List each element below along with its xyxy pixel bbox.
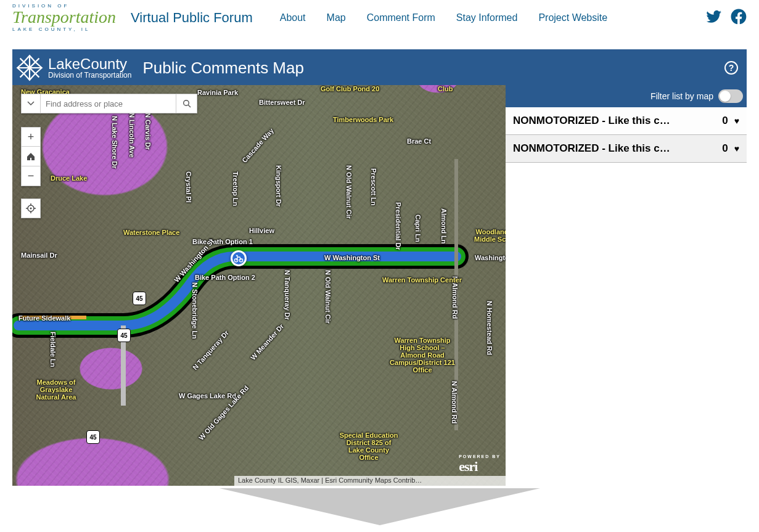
lbl-sp-ed: Special Education District 825 of Lake C… [338, 432, 400, 461]
site-logo[interactable]: Transportation [12, 4, 116, 32]
lbl-almond2: N Almond Rd [451, 381, 458, 424]
filter-bar: Filter list by map [506, 85, 747, 107]
lbl-gages: W Gages Lake Rd [179, 392, 236, 399]
lbl-lakeshore: N Lake Shore Dr [111, 116, 118, 169]
filter-label: Filter list by map [650, 91, 713, 101]
route-shield-45b: 45 [117, 329, 131, 342]
lbl-treetop: Treetop Ln [232, 171, 239, 206]
nav-comment-form[interactable]: Comment Form [367, 12, 435, 23]
lbl-golf-club: Golf Club Pond 20 [321, 85, 379, 92]
chevron-down-large-icon [219, 488, 540, 531]
search-bar [21, 94, 197, 113]
lbl-carvis: N Carvis Dr [144, 113, 152, 150]
locate-icon [26, 203, 36, 213]
svg-marker-14 [219, 488, 540, 525]
lbl-wwash: W Washington St [324, 254, 380, 261]
nav-links: About Map Comment Form Stay Informed Pro… [280, 12, 607, 23]
twitter-icon[interactable] [706, 9, 722, 27]
lbl-future: Future Sidewalk [18, 314, 70, 322]
lbl-homestead: N Homestead Rd [486, 301, 493, 355]
zoom-controls: + − [21, 127, 41, 186]
lbl-club: Club [438, 85, 453, 92]
lbl-almondln: Almond Ln [440, 208, 448, 243]
search-menu-button[interactable] [21, 94, 41, 113]
lbl-bike1: Bike Path Option 1 [192, 238, 253, 245]
side-pane: Filter list by map NONMOTORIZED ‑ Like t… [506, 85, 747, 486]
help-button[interactable]: ? [724, 61, 738, 75]
chevron-down-icon [27, 100, 35, 107]
lbl-wash-r: Washington [475, 254, 506, 261]
map-pane[interactable]: 45 45 45 New Gracanica Ravinia Park Bitt… [12, 85, 506, 486]
list-item-title: NONMOTORIZED ‑ Like this c… [513, 142, 716, 155]
locate-button[interactable] [21, 198, 41, 218]
top-nav: Transportation Virtual Public Forum Abou… [0, 0, 759, 36]
heart-icon[interactable]: ♥ [734, 116, 739, 126]
lbl-prescott: Prescott Ln [370, 168, 377, 206]
heart-icon[interactable]: ♥ [734, 144, 739, 153]
lbl-waterstone: Waterstone Place [123, 229, 179, 236]
nav-map[interactable]: Map [327, 12, 346, 23]
lbl-druce: Druce Lake [51, 174, 87, 182]
nav-about[interactable]: About [280, 12, 306, 23]
zoom-out-button[interactable]: − [21, 166, 41, 186]
lbl-bittersweet: Bittersweet Dr [259, 99, 305, 106]
list-item[interactable]: NONMOTORIZED ‑ Like this c… 0 ♥ [506, 107, 747, 135]
route-shield-45c: 45 [86, 430, 100, 444]
star-icon [16, 54, 43, 81]
lbl-warren-center: Warren Township Center [382, 276, 432, 284]
lbl-hillview: Hillview [249, 227, 274, 234]
lbl-bike2: Bike Path Option 2 [195, 274, 255, 281]
nav-stay-informed[interactable]: Stay Informed [456, 12, 518, 23]
home-button[interactable] [21, 147, 41, 166]
lbl-presidential: Presidential Dr [395, 202, 402, 250]
lbl-brae: Brae Ct [407, 137, 431, 145]
facebook-icon[interactable] [731, 9, 747, 27]
lbl-warren-hs: Warren Township High School – Almond Roa… [388, 337, 456, 374]
app: LakeCounty Division of Transportation Pu… [12, 49, 747, 486]
minus-icon: − [28, 170, 35, 182]
lbl-fieldale: Fieldale Ln [49, 332, 57, 367]
search-icon [183, 99, 191, 108]
zoom-in-button[interactable]: + [21, 127, 41, 147]
lbl-kingsport: Kingsport Dr [275, 165, 282, 207]
svg-point-6 [183, 100, 189, 106]
list-item-count: 0 [722, 115, 728, 127]
esri-logo[interactable]: POWERED BY esri [459, 454, 501, 475]
lbl-mainsail: Mainsail Dr [21, 252, 57, 259]
search-input[interactable] [41, 94, 176, 113]
lake-county-logo[interactable]: LakeCounty Division of Transportation [16, 54, 131, 81]
list-item-title: NONMOTORIZED ‑ Like this c… [513, 115, 716, 127]
route-shield-45a: 45 [133, 292, 146, 305]
home-icon [26, 152, 36, 162]
toggle-knob [720, 91, 731, 102]
bike-marker-icon[interactable] [231, 250, 247, 266]
plus-icon: + [28, 131, 35, 144]
nav-project-website[interactable]: Project Website [538, 12, 607, 23]
lbl-woodland: Woodland Middle Sch [474, 228, 506, 243]
esri-name: esri [459, 459, 477, 474]
social-links [706, 9, 747, 27]
search-submit-button[interactable] [176, 94, 197, 113]
map-attribution: Lake County IL GIS, Maxar | Esri Communi… [234, 476, 506, 486]
lbl-oldwalnut: N Old Walnut Cir [345, 165, 353, 219]
lbl-timberwoods: Timberwoods Park [333, 116, 393, 123]
app-body: 45 45 45 New Gracanica Ravinia Park Bitt… [12, 85, 747, 486]
forum-title: Virtual Public Forum [131, 10, 253, 26]
app-title: Public Comments Map [142, 59, 304, 78]
logo-script: Transportation [12, 4, 116, 32]
lc-text-big: LakeCounty [48, 57, 131, 72]
scroll-down-arrow[interactable] [0, 488, 759, 531]
lbl-lincoln: N Lincoln Ave [128, 113, 136, 158]
lbl-ravinia: Ravinia Park [197, 89, 238, 96]
list-item[interactable]: NONMOTORIZED ‑ Like this c… 0 ♥ [506, 135, 747, 163]
filter-toggle[interactable] [718, 89, 743, 103]
lbl-tanqueray: N Tanqueray Dr [284, 270, 291, 320]
list-item-count: 0 [722, 142, 728, 155]
svg-point-9 [30, 208, 32, 210]
esri-pre: POWERED BY [459, 454, 501, 459]
lbl-meadows: Meadows of Grayslake Natural Area [28, 379, 84, 401]
app-header: LakeCounty Division of Transportation Pu… [12, 49, 747, 85]
lbl-stonebridge: N Stonebridge Ln [191, 282, 199, 339]
lbl-capri: Capri Ln [414, 215, 422, 242]
lbl-oldwalnut2: N Old Walnut Cir [324, 270, 332, 324]
